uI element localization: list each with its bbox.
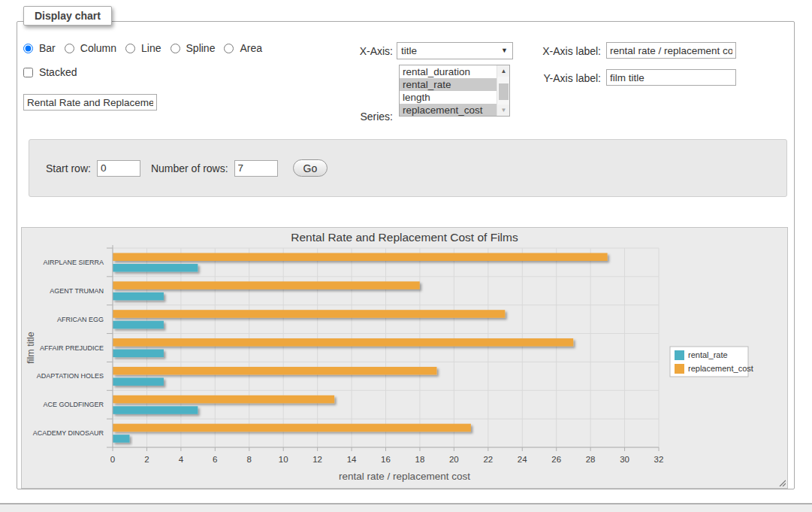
y-axis-label-label: Y-Axis label: bbox=[509, 72, 601, 84]
next-section-strip bbox=[0, 503, 812, 512]
x-axis-tick-label: 22 bbox=[483, 455, 493, 464]
bar-replacement-cost bbox=[113, 310, 505, 318]
radio-area-label[interactable]: Area bbox=[240, 42, 262, 54]
series-listbox-scrollbar[interactable]: ▲ ▼ bbox=[497, 65, 509, 116]
radio-column-label[interactable]: Column bbox=[80, 42, 116, 54]
x-axis-tick-label: 14 bbox=[347, 455, 357, 464]
go-button[interactable]: Go bbox=[293, 159, 328, 177]
x-axis-tick-label: 16 bbox=[381, 455, 391, 464]
category-label: ACE GOLDFINGER bbox=[43, 401, 104, 408]
series-option[interactable]: length bbox=[400, 91, 497, 104]
x-axis-tick-label: 32 bbox=[654, 455, 664, 464]
category-label: AGENT TRUMAN bbox=[50, 287, 104, 295]
bar-rental-rate bbox=[113, 321, 164, 329]
radio-bar-label[interactable]: Bar bbox=[39, 42, 56, 54]
radio-area[interactable] bbox=[224, 44, 234, 53]
x-axis-select[interactable]: title bbox=[397, 42, 513, 59]
chart-title: Rental Rate and Replacement Cost of Film… bbox=[291, 231, 518, 244]
category-label: AIRPLANE SIERRA bbox=[43, 259, 104, 266]
x-axis-tick-label: 12 bbox=[312, 455, 322, 464]
legend-label: rental_rate bbox=[688, 350, 728, 359]
series-option[interactable]: rental_duration bbox=[400, 65, 497, 78]
radio-spline-label[interactable]: Spline bbox=[186, 42, 216, 54]
radio-spline[interactable] bbox=[171, 44, 180, 53]
start-row-input[interactable] bbox=[97, 160, 140, 177]
bar-replacement-cost bbox=[113, 424, 471, 432]
x-axis-tick-label: 8 bbox=[247, 455, 252, 464]
chart-type-radio-group: Bar Column Line Spline Area bbox=[23, 42, 268, 54]
radio-line-label[interactable]: Line bbox=[141, 42, 161, 54]
bar-replacement-cost bbox=[113, 395, 334, 404]
bar-rental-rate bbox=[113, 435, 129, 443]
category-label: ADAPTATION HOLES bbox=[37, 372, 104, 380]
scrollbar-up-arrow-icon[interactable]: ▲ bbox=[497, 65, 510, 77]
resize-handle-icon[interactable] bbox=[778, 479, 786, 486]
x-axis-tick-label: 24 bbox=[518, 455, 527, 464]
rows-panel: Start row: Number of rows: Go bbox=[29, 139, 787, 197]
bar-rental-rate bbox=[113, 264, 198, 272]
x-axis-tick-label: 10 bbox=[279, 455, 288, 464]
chart-legend: rental_ratereplacement_cost bbox=[670, 347, 753, 377]
series-select-label: Series: bbox=[318, 111, 393, 123]
chart-container: 02468101214161820222426283032AIRPLANE SI… bbox=[21, 227, 788, 489]
scrollbar-thumb[interactable] bbox=[499, 83, 509, 100]
chart-svg: 02468101214161820222426283032AIRPLANE SI… bbox=[22, 228, 787, 488]
legend-swatch bbox=[675, 364, 684, 374]
display-chart-fieldset: Display chart Bar Column Line Spline Are… bbox=[17, 21, 795, 489]
chart-title-input[interactable] bbox=[23, 94, 157, 111]
stacked-checkbox[interactable] bbox=[23, 68, 33, 77]
legend-swatch bbox=[675, 350, 684, 360]
x-axis-tick-label: 28 bbox=[586, 455, 596, 464]
num-rows-label: Number of rows: bbox=[151, 162, 228, 174]
series-option[interactable]: replacement_cost bbox=[400, 104, 497, 117]
x-axis-tick-label: 18 bbox=[415, 455, 425, 464]
series-listbox-items: rental_durationrental_ratelengthreplacem… bbox=[400, 65, 497, 116]
x-axis-title: rental rate / replacement cost bbox=[339, 471, 470, 482]
x-axis-tick-label: 4 bbox=[179, 455, 184, 464]
category-label: AFRICAN EGG bbox=[57, 316, 104, 323]
series-listbox[interactable]: rental_durationrental_ratelengthreplacem… bbox=[399, 65, 510, 117]
bar-rental-rate bbox=[113, 350, 164, 358]
stacked-label[interactable]: Stacked bbox=[39, 66, 77, 78]
x-axis-tick-label: 26 bbox=[551, 455, 561, 464]
y-axis-title: film title bbox=[26, 332, 36, 363]
radio-bar[interactable] bbox=[23, 44, 33, 53]
x-axis-tick-label: 2 bbox=[144, 455, 149, 464]
stacked-row: Stacked bbox=[23, 66, 77, 78]
radio-column[interactable] bbox=[65, 44, 74, 53]
x-axis-tick-label: 6 bbox=[213, 455, 217, 464]
x-axis-label-label: X-Axis label: bbox=[509, 45, 601, 57]
x-axis-select-wrap: title ▼ bbox=[397, 42, 513, 59]
x-axis-select-label: X-Axis: bbox=[318, 45, 393, 57]
bar-replacement-cost bbox=[113, 253, 608, 262]
bar-rental-rate bbox=[113, 377, 164, 386]
y-axis-label-input[interactable] bbox=[606, 69, 736, 86]
x-axis-tick-label: 0 bbox=[110, 455, 115, 464]
bar-replacement-cost bbox=[113, 281, 420, 289]
category-label: ACADEMY DINOSAUR bbox=[33, 429, 104, 437]
bar-rental-rate bbox=[113, 292, 164, 301]
num-rows-input[interactable] bbox=[234, 160, 278, 177]
series-option[interactable]: rental_rate bbox=[400, 78, 497, 91]
legend-item-rental_rate[interactable]: rental_rate bbox=[675, 350, 728, 360]
category-label: AFFAIR PREJUDICE bbox=[40, 344, 104, 352]
bar-replacement-cost bbox=[113, 338, 573, 347]
radio-line[interactable] bbox=[125, 44, 135, 53]
x-axis-tick-label: 20 bbox=[449, 455, 459, 464]
page: Display chart Bar Column Line Spline Are… bbox=[0, 0, 812, 512]
bar-rental-rate bbox=[113, 406, 198, 414]
x-axis-label-input[interactable] bbox=[606, 42, 736, 59]
scrollbar-down-arrow-icon[interactable]: ▼ bbox=[497, 105, 510, 116]
start-row-label: Start row: bbox=[46, 162, 91, 174]
bar-replacement-cost bbox=[113, 367, 436, 375]
fieldset-legend: Display chart bbox=[23, 6, 112, 26]
legend-label: replacement_cost bbox=[688, 364, 753, 373]
x-axis-tick-label: 30 bbox=[620, 455, 629, 464]
